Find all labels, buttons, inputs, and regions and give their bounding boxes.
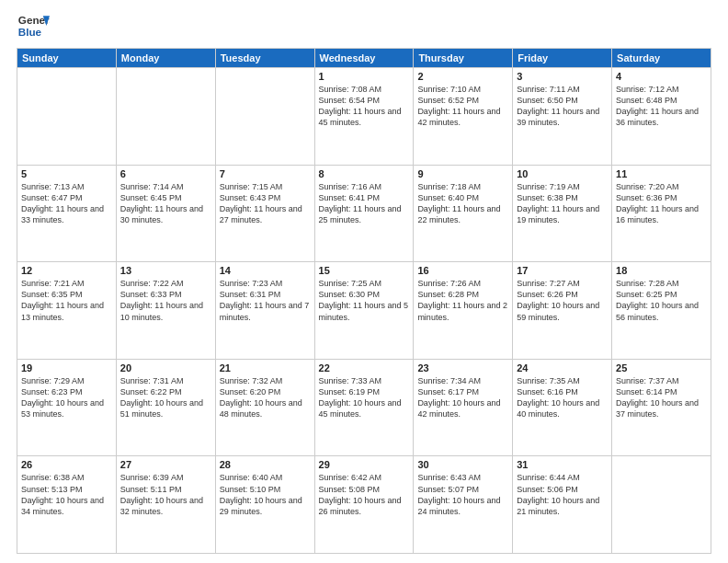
day-number: 13 xyxy=(120,265,211,276)
weekday-header-friday: Friday xyxy=(513,49,612,68)
weekday-header-saturday: Saturday xyxy=(612,49,711,68)
header: General Blue xyxy=(17,9,711,42)
calendar-cell: 8Sunrise: 7:16 AM Sunset: 6:41 PM Daylig… xyxy=(314,165,414,262)
day-info: Sunrise: 7:08 AM Sunset: 6:54 PM Dayligh… xyxy=(319,84,410,129)
day-info: Sunrise: 7:14 AM Sunset: 6:45 PM Dayligh… xyxy=(120,181,211,226)
day-info: Sunrise: 7:34 AM Sunset: 6:17 PM Dayligh… xyxy=(417,375,508,420)
calendar-cell: 14Sunrise: 7:23 AM Sunset: 6:31 PM Dayli… xyxy=(215,262,314,360)
calendar-cell: 11Sunrise: 7:20 AM Sunset: 6:36 PM Dayli… xyxy=(612,165,711,262)
calendar-cell: 24Sunrise: 7:35 AM Sunset: 6:16 PM Dayli… xyxy=(513,359,612,456)
day-number: 5 xyxy=(21,168,112,179)
day-number: 4 xyxy=(616,71,707,82)
calendar-cell: 18Sunrise: 7:28 AM Sunset: 6:25 PM Dayli… xyxy=(612,262,711,360)
day-number: 22 xyxy=(319,362,410,373)
calendar-cell: 20Sunrise: 7:31 AM Sunset: 6:22 PM Dayli… xyxy=(116,359,215,456)
day-number: 31 xyxy=(517,459,608,470)
weekday-header-row: SundayMondayTuesdayWednesdayThursdayFrid… xyxy=(17,49,711,68)
calendar-cell: 6Sunrise: 7:14 AM Sunset: 6:45 PM Daylig… xyxy=(116,165,215,262)
calendar-cell: 16Sunrise: 7:26 AM Sunset: 6:28 PM Dayli… xyxy=(414,262,513,360)
day-info: Sunrise: 7:18 AM Sunset: 6:40 PM Dayligh… xyxy=(417,181,508,226)
day-number: 12 xyxy=(21,265,112,276)
calendar-week-row: 26Sunrise: 6:38 AM Sunset: 5:13 PM Dayli… xyxy=(17,456,711,554)
logo-icon: General Blue xyxy=(17,9,50,42)
day-info: Sunrise: 7:22 AM Sunset: 6:33 PM Dayligh… xyxy=(120,278,211,323)
day-info: Sunrise: 7:35 AM Sunset: 6:16 PM Dayligh… xyxy=(517,375,608,420)
day-info: Sunrise: 7:12 AM Sunset: 6:48 PM Dayligh… xyxy=(616,84,707,129)
calendar-cell: 19Sunrise: 7:29 AM Sunset: 6:23 PM Dayli… xyxy=(17,359,117,456)
day-info: Sunrise: 7:10 AM Sunset: 6:52 PM Dayligh… xyxy=(417,84,508,129)
calendar-cell: 26Sunrise: 6:38 AM Sunset: 5:13 PM Dayli… xyxy=(17,456,117,554)
day-number: 16 xyxy=(417,265,508,276)
calendar-cell: 3Sunrise: 7:11 AM Sunset: 6:50 PM Daylig… xyxy=(513,68,612,166)
day-info: Sunrise: 6:42 AM Sunset: 5:08 PM Dayligh… xyxy=(319,472,410,517)
day-info: Sunrise: 6:38 AM Sunset: 5:13 PM Dayligh… xyxy=(21,472,112,517)
day-info: Sunrise: 7:23 AM Sunset: 6:31 PM Dayligh… xyxy=(220,278,311,323)
calendar-week-row: 12Sunrise: 7:21 AM Sunset: 6:35 PM Dayli… xyxy=(17,262,711,360)
day-number: 6 xyxy=(120,168,211,179)
day-number: 3 xyxy=(517,71,608,82)
calendar-cell: 10Sunrise: 7:19 AM Sunset: 6:38 PM Dayli… xyxy=(513,165,612,262)
calendar-cell: 29Sunrise: 6:42 AM Sunset: 5:08 PM Dayli… xyxy=(314,456,414,554)
calendar-cell: 22Sunrise: 7:33 AM Sunset: 6:19 PM Dayli… xyxy=(314,359,414,456)
calendar-cell: 9Sunrise: 7:18 AM Sunset: 6:40 PM Daylig… xyxy=(414,165,513,262)
day-info: Sunrise: 7:21 AM Sunset: 6:35 PM Dayligh… xyxy=(21,278,112,323)
calendar-cell: 31Sunrise: 6:44 AM Sunset: 5:06 PM Dayli… xyxy=(513,456,612,554)
calendar-cell: 27Sunrise: 6:39 AM Sunset: 5:11 PM Dayli… xyxy=(116,456,215,554)
calendar-cell: 28Sunrise: 6:40 AM Sunset: 5:10 PM Dayli… xyxy=(215,456,314,554)
day-info: Sunrise: 7:19 AM Sunset: 6:38 PM Dayligh… xyxy=(517,181,608,226)
day-number: 17 xyxy=(517,265,608,276)
page: General Blue SundayMondayTuesdayWednesda… xyxy=(0,0,728,563)
calendar-week-row: 19Sunrise: 7:29 AM Sunset: 6:23 PM Dayli… xyxy=(17,359,711,456)
day-number: 20 xyxy=(120,362,211,373)
calendar-cell: 25Sunrise: 7:37 AM Sunset: 6:14 PM Dayli… xyxy=(612,359,711,456)
calendar-week-row: 1Sunrise: 7:08 AM Sunset: 6:54 PM Daylig… xyxy=(17,68,711,166)
day-number: 7 xyxy=(220,168,311,179)
weekday-header-sunday: Sunday xyxy=(17,49,117,68)
calendar-cell: 12Sunrise: 7:21 AM Sunset: 6:35 PM Dayli… xyxy=(17,262,117,360)
day-info: Sunrise: 6:40 AM Sunset: 5:10 PM Dayligh… xyxy=(220,472,311,517)
calendar-cell: 5Sunrise: 7:13 AM Sunset: 6:47 PM Daylig… xyxy=(17,165,117,262)
calendar-cell: 4Sunrise: 7:12 AM Sunset: 6:48 PM Daylig… xyxy=(612,68,711,166)
day-info: Sunrise: 6:44 AM Sunset: 5:06 PM Dayligh… xyxy=(517,472,608,517)
day-info: Sunrise: 7:13 AM Sunset: 6:47 PM Dayligh… xyxy=(21,181,112,226)
day-number: 15 xyxy=(319,265,410,276)
weekday-header-monday: Monday xyxy=(116,49,215,68)
day-number: 1 xyxy=(319,71,410,82)
day-number: 9 xyxy=(417,168,508,179)
calendar-cell: 17Sunrise: 7:27 AM Sunset: 6:26 PM Dayli… xyxy=(513,262,612,360)
day-info: Sunrise: 7:11 AM Sunset: 6:50 PM Dayligh… xyxy=(517,84,608,129)
day-info: Sunrise: 7:33 AM Sunset: 6:19 PM Dayligh… xyxy=(319,375,410,420)
calendar-cell: 7Sunrise: 7:15 AM Sunset: 6:43 PM Daylig… xyxy=(215,165,314,262)
day-number: 11 xyxy=(616,168,707,179)
calendar-cell xyxy=(116,68,215,166)
day-number: 26 xyxy=(21,459,112,470)
weekday-header-thursday: Thursday xyxy=(414,49,513,68)
day-info: Sunrise: 7:15 AM Sunset: 6:43 PM Dayligh… xyxy=(220,181,311,226)
day-number: 27 xyxy=(120,459,211,470)
day-number: 29 xyxy=(319,459,410,470)
day-info: Sunrise: 6:43 AM Sunset: 5:07 PM Dayligh… xyxy=(417,472,508,517)
day-info: Sunrise: 7:16 AM Sunset: 6:41 PM Dayligh… xyxy=(319,181,410,226)
calendar-cell: 30Sunrise: 6:43 AM Sunset: 5:07 PM Dayli… xyxy=(414,456,513,554)
day-number: 19 xyxy=(21,362,112,373)
calendar-cell: 1Sunrise: 7:08 AM Sunset: 6:54 PM Daylig… xyxy=(314,68,414,166)
day-info: Sunrise: 7:37 AM Sunset: 6:14 PM Dayligh… xyxy=(616,375,707,420)
calendar-cell xyxy=(215,68,314,166)
calendar-cell: 2Sunrise: 7:10 AM Sunset: 6:52 PM Daylig… xyxy=(414,68,513,166)
day-info: Sunrise: 7:25 AM Sunset: 6:30 PM Dayligh… xyxy=(319,278,410,323)
day-number: 14 xyxy=(220,265,311,276)
day-number: 8 xyxy=(319,168,410,179)
calendar-week-row: 5Sunrise: 7:13 AM Sunset: 6:47 PM Daylig… xyxy=(17,165,711,262)
day-info: Sunrise: 7:27 AM Sunset: 6:26 PM Dayligh… xyxy=(517,278,608,323)
day-number: 25 xyxy=(616,362,707,373)
day-info: Sunrise: 7:28 AM Sunset: 6:25 PM Dayligh… xyxy=(616,278,707,323)
calendar-table: SundayMondayTuesdayWednesdayThursdayFrid… xyxy=(17,48,711,554)
day-number: 30 xyxy=(417,459,508,470)
logo: General Blue xyxy=(17,9,50,42)
day-number: 24 xyxy=(517,362,608,373)
day-info: Sunrise: 6:39 AM Sunset: 5:11 PM Dayligh… xyxy=(120,472,211,517)
calendar-cell xyxy=(17,68,117,166)
calendar-cell: 15Sunrise: 7:25 AM Sunset: 6:30 PM Dayli… xyxy=(314,262,414,360)
calendar-cell: 21Sunrise: 7:32 AM Sunset: 6:20 PM Dayli… xyxy=(215,359,314,456)
day-info: Sunrise: 7:26 AM Sunset: 6:28 PM Dayligh… xyxy=(417,278,508,323)
